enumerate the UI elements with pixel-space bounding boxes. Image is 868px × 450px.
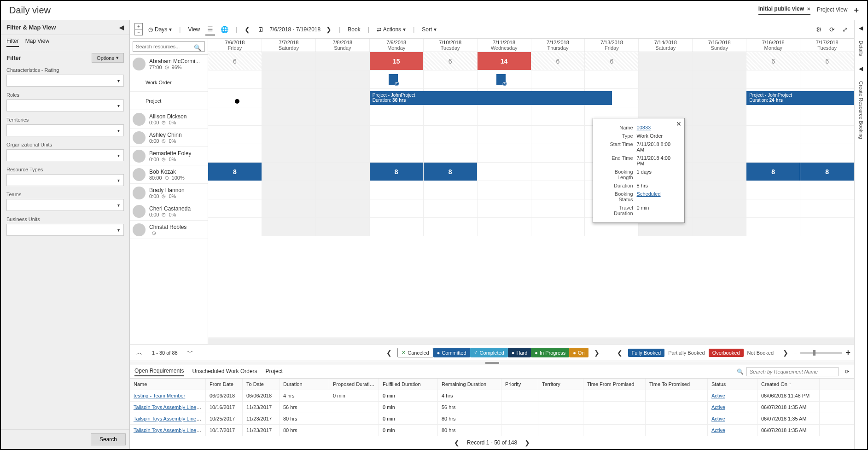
calendar-icon[interactable]: 🗓 [256,24,266,35]
book-button[interactable]: Book [346,25,362,34]
schedule-cell[interactable] [531,107,585,125]
schedule-cell[interactable] [800,107,854,125]
schedule-cell[interactable] [316,126,370,144]
schedule-cell[interactable] [316,70,370,88]
filter-dropdown[interactable]: ▾ [6,99,124,111]
schedule-cell[interactable] [746,126,800,144]
requirement-row[interactable]: Tailspin Toys Assembly Line Transfo...10… [130,425,854,436]
schedule-cell[interactable] [370,218,424,236]
resource-row[interactable]: Ashley Chinn 0:00◷0% [130,129,208,147]
tooltip-link[interactable]: 00333 [637,125,651,130]
schedule-cell[interactable] [693,107,746,125]
schedule-cell[interactable] [208,218,262,236]
fullscreen-icon[interactable]: ⤢ [840,24,850,35]
schedule-cell[interactable] [424,181,478,199]
schedule-cell[interactable] [693,181,746,199]
actions-menu[interactable]: ⇄ Actions ▾ [375,25,408,34]
schedule-cell[interactable] [316,89,370,107]
schedule-cell[interactable] [370,181,424,199]
schedule-cell[interactable] [316,181,370,199]
schedule-cell[interactable] [208,89,262,107]
schedule-cell[interactable] [746,144,800,162]
schedule-cell[interactable] [531,126,585,144]
requirement-row[interactable]: Tailspin Toys Assembly Line Transfo...10… [130,413,854,425]
column-header[interactable]: Proposed Duration [329,379,379,390]
schedule-cell[interactable] [531,218,585,236]
prev-range-button[interactable]: ❮ [243,24,252,35]
schedule-cell[interactable]: 8 [746,163,800,181]
list-view-icon[interactable]: ☰ [205,23,215,35]
schedule-cell[interactable] [424,144,478,162]
schedule-cell[interactable] [424,218,478,236]
schedule-cell[interactable] [478,181,531,199]
schedule-cell[interactable] [208,70,262,88]
resource-row[interactable]: Cheri Castaneda 0:00◷0% [130,202,208,221]
status-link[interactable]: Active [711,427,725,433]
requirement-row[interactable]: Tailspin Toys Assembly Line Transfo...10… [130,402,854,413]
create-booking-panel-tab[interactable]: Create Resource Booking [858,81,864,139]
status-filter-pill[interactable]: ● Committed [433,348,470,357]
column-header[interactable]: To Date [243,379,280,390]
filter-options-button[interactable]: Options ▾ [92,53,124,63]
book-scroll-right[interactable]: ❯ [780,349,791,356]
collapse-up-icon[interactable]: ︿ [134,349,146,357]
status-scroll-left[interactable]: ❮ [384,349,395,356]
collapse-all-icon[interactable]: － [135,29,142,35]
bottom-tab-unscheduled[interactable]: Unscheduled Work Orders [192,368,257,376]
schedule-cell[interactable] [746,218,800,236]
schedule-cell[interactable] [531,163,585,181]
schedule-cell[interactable] [316,107,370,125]
schedule-cell[interactable] [424,199,478,217]
requirement-search-input[interactable] [746,367,839,376]
book-scroll-left[interactable]: ❮ [614,349,625,356]
schedule-cell[interactable]: 6 [424,52,478,70]
column-header[interactable]: Time To Promised [646,379,708,390]
schedule-cell[interactable] [316,144,370,162]
schedule-cell[interactable] [639,70,693,88]
add-view-button[interactable]: + [854,6,859,15]
booking-state-pill[interactable]: Not Booked [744,349,777,357]
schedule-cell[interactable] [208,107,262,125]
schedule-cell[interactable] [585,70,639,88]
close-icon[interactable]: ✕ [807,6,810,12]
globe-icon[interactable]: 🌐 [219,24,230,35]
schedule-cell[interactable] [370,107,424,125]
requirement-name-link[interactable]: Tailspin Toys Assembly Line Transfo... [134,427,206,433]
bottom-pager-next[interactable]: ❯ [522,439,533,446]
column-header[interactable]: Status [708,379,757,390]
schedule-cell[interactable]: 6 [585,52,639,70]
booking-block[interactable] [496,74,506,85]
schedule-cell[interactable]: 6 [531,52,585,70]
schedule-cell[interactable] [262,163,316,181]
next-range-button[interactable]: ❯ [324,24,333,35]
schedule-cell[interactable] [478,163,531,181]
schedule-cell[interactable] [800,218,854,236]
details-panel-tab[interactable]: Details [858,41,864,56]
column-header[interactable]: Created On ↑ [757,379,820,390]
schedule-cell[interactable] [478,144,531,162]
schedule-cell[interactable] [693,218,746,236]
schedule-cell[interactable] [262,126,316,144]
filter-dropdown[interactable]: ▾ [6,174,124,186]
filter-dropdown[interactable]: ▾ [6,199,124,211]
schedule-cell[interactable] [370,126,424,144]
schedule-cell[interactable]: 8 [370,163,424,181]
booking-block[interactable] [389,74,398,85]
search-icon[interactable]: 🔍 [737,368,744,375]
schedule-cell[interactable] [424,70,478,88]
schedule-cell[interactable]: 14 [478,52,531,70]
schedule-cell[interactable] [693,144,746,162]
requirement-name-link[interactable]: Tailspin Toys Assembly Line Transfo... [134,404,206,410]
bottom-tab-project[interactable]: Project [266,368,283,376]
schedule-cell[interactable] [262,107,316,125]
project-booking-bar[interactable]: Project - JohnProjectDuration: 30 hrs [370,91,612,105]
schedule-cell[interactable] [370,199,424,217]
schedule-cell[interactable] [531,181,585,199]
expand-down-icon[interactable]: ﹀ [184,349,196,357]
schedule-cell[interactable] [639,89,693,107]
zoom-in-button[interactable]: + [845,348,851,357]
resource-row[interactable]: Christal Robles ◷ [130,221,208,239]
column-header[interactable]: From Date [206,379,243,390]
bottom-tab-open-req[interactable]: Open Requirements [134,368,184,376]
schedule-cell[interactable] [531,144,585,162]
